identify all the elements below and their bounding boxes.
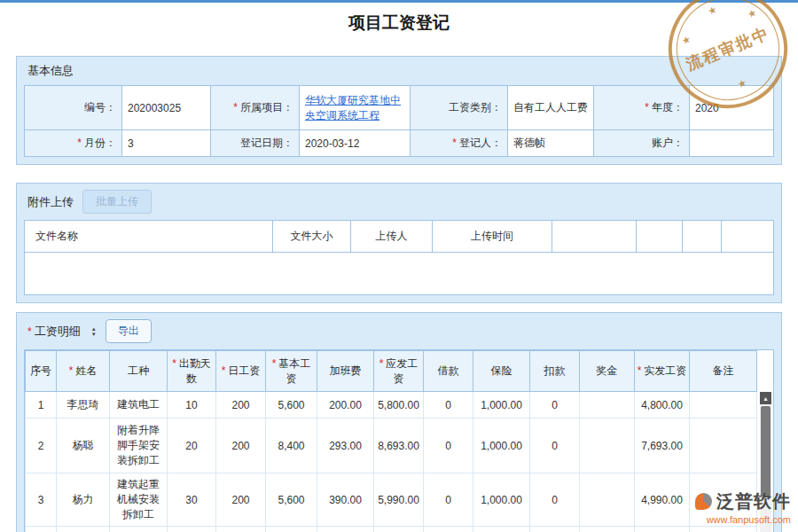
empty-header-cell [683, 221, 722, 253]
col-deduction: 扣款 [530, 351, 580, 392]
project-link[interactable]: 华软大厦研究基地中央空调系统工程 [305, 94, 401, 121]
export-button[interactable]: 导出 [106, 319, 152, 343]
cell-seq: 3 [26, 473, 57, 527]
cell-seq: 2 [26, 419, 57, 473]
cell-deduction: 0 [530, 527, 580, 532]
cell-overtime-pay: 390.00 [317, 473, 374, 527]
scroll-up-button[interactable]: ▲ [760, 392, 771, 404]
cell-daily-wage: 300 [216, 527, 266, 532]
scroll-thumb[interactable] [761, 406, 771, 497]
col-loan: 借款 [424, 351, 473, 392]
cell-base-wage: 5,400 [266, 527, 317, 532]
field-label-month: *月份： [25, 130, 122, 157]
cell-days: 10 [168, 392, 216, 419]
required-mark: * [233, 101, 238, 113]
cell-payable-wage: 5,990.00 [374, 473, 424, 527]
field-value-year: 2020 [690, 86, 774, 130]
col-upload-time: 上传时间 [433, 221, 552, 253]
fanpu-logo-icon [695, 493, 712, 510]
col-daily-wage: *日工资 [216, 351, 266, 392]
cell-insurance: 1,000.00 [473, 527, 530, 532]
cell-loan: 0 [424, 473, 473, 527]
cell-payable-wage: 8,693.00 [374, 419, 424, 473]
field-value-account [690, 130, 774, 157]
cell-loan: 0 [424, 392, 473, 419]
cell-daily-wage: 200 [216, 392, 266, 419]
salary-row: 4 钱书 弱电工 30 300 5,400 780.00 6,180.00 0 … [26, 527, 757, 532]
field-value-registrar: 蒋德帧 [508, 130, 594, 157]
cell-name: 钱书 [57, 527, 110, 532]
cell-seq: 4 [26, 527, 57, 532]
basic-info-title: 基本信息 [27, 63, 74, 79]
cell-bonus [580, 392, 635, 419]
cell-base-wage: 5,600 [266, 392, 317, 419]
col-net-wage: *实发工资 [635, 351, 690, 392]
cell-name: 李思琦 [57, 392, 110, 419]
cell-days: 20 [168, 419, 216, 473]
cell-insurance: 1,000.00 [473, 392, 530, 419]
col-name: *姓名 [57, 351, 110, 392]
cell-net-wage: 4,990.00 [635, 473, 690, 527]
brand-url: www.fanpusoft.com [695, 514, 791, 525]
col-bonus: 奖金 [580, 351, 635, 392]
batch-upload-button[interactable]: 批量上传 [82, 190, 152, 214]
cell-deduction: 0 [530, 473, 580, 527]
cell-bonus [580, 419, 635, 473]
field-value-month: 3 [122, 130, 211, 157]
cell-net-wage: 5,180.00 [635, 527, 690, 532]
empty-header-cell [552, 221, 637, 253]
salary-title: 工资明细 [35, 325, 81, 338]
col-remark: 备注 [690, 351, 757, 392]
cell-overtime-pay: 780.00 [317, 527, 374, 532]
salary-row: 2 杨聪 附着升降脚手架安装拆卸工 20 200 8,400 293.00 8,… [26, 419, 757, 473]
salary-row: 1 李思琦 建筑电工 10 200 5,600 200.00 5,800.00 … [26, 392, 757, 419]
col-seq: 序号 [26, 351, 57, 392]
field-label-account: 账户： [594, 130, 690, 157]
cell-overtime-pay: 293.00 [317, 419, 374, 473]
cell-daily-wage: 200 [216, 473, 266, 527]
cell-base-wage: 8,400 [266, 419, 317, 473]
field-label-reg-date: 登记日期： [211, 130, 300, 157]
basic-info-panel: 基本信息 编号： 202003025 *所属项目： 华软大厦研究基地中央空调系统… [16, 56, 782, 165]
cell-name: 杨力 [57, 473, 110, 527]
col-worktype: 工种 [110, 351, 168, 392]
cell-worktype: 弱电工 [110, 527, 168, 532]
cell-insurance: 1,000.00 [473, 473, 530, 527]
cell-deduction: 0 [530, 392, 580, 419]
cell-worktype: 建筑起重机械安装拆卸工 [110, 473, 168, 527]
field-value-category: 自有工人人工费 [508, 86, 594, 130]
col-overtime-pay: 加班费 [317, 351, 374, 392]
attachments-panel: 附件上传 批量上传 文件名称 文件大小 上传人 上传时间 [16, 183, 782, 303]
cell-bonus [580, 527, 635, 532]
salary-table: 序号 *姓名 工种 *出勤天数 *日工资 *基本工资 加班费 *应发工资 借款 … [25, 350, 757, 532]
field-value-project: 华软大厦研究基地中央空调系统工程 [300, 86, 411, 130]
col-file-name: 文件名称 [25, 221, 273, 253]
col-insurance: 保险 [473, 351, 530, 392]
sort-icon[interactable]: ▲▼ [91, 326, 97, 337]
cell-loan: 0 [424, 527, 473, 532]
cell-base-wage: 5,600 [266, 473, 317, 527]
cell-daily-wage: 200 [216, 419, 266, 473]
cell-insurance: 1,000.00 [473, 419, 530, 473]
field-label-category: 工资类别： [411, 86, 508, 130]
col-uploader: 上传人 [351, 221, 433, 253]
cell-worktype: 建筑电工 [110, 392, 168, 419]
col-days: *出勤天数 [168, 351, 216, 392]
required-mark: * [645, 101, 649, 113]
field-value-reg-date: 2020-03-12 [300, 130, 411, 157]
field-label-year: *年度： [594, 86, 690, 130]
cell-net-wage: 7,693.00 [635, 419, 690, 473]
cell-worktype: 附着升降脚手架安装拆卸工 [110, 419, 168, 473]
salary-table-wrap: 序号 *姓名 工种 *出勤天数 *日工资 *基本工资 加班费 *应发工资 借款 … [24, 349, 774, 532]
cell-net-wage: 4,800.00 [635, 392, 690, 419]
col-payable-wage: *应发工资 [374, 351, 424, 392]
required-mark: * [77, 137, 82, 149]
field-label-number: 编号： [25, 86, 122, 130]
cell-name: 杨聪 [57, 419, 110, 473]
basic-info-table: 编号： 202003025 *所属项目： 华软大厦研究基地中央空调系统工程 工资… [24, 85, 774, 157]
cell-days: 30 [168, 473, 216, 527]
brand-name: 泛普软件 [716, 489, 791, 513]
attachments-table: 文件名称 文件大小 上传人 上传时间 [24, 220, 774, 253]
salary-title-wrap: *工资明细 [27, 324, 81, 340]
col-base-wage: *基本工资 [266, 351, 317, 392]
